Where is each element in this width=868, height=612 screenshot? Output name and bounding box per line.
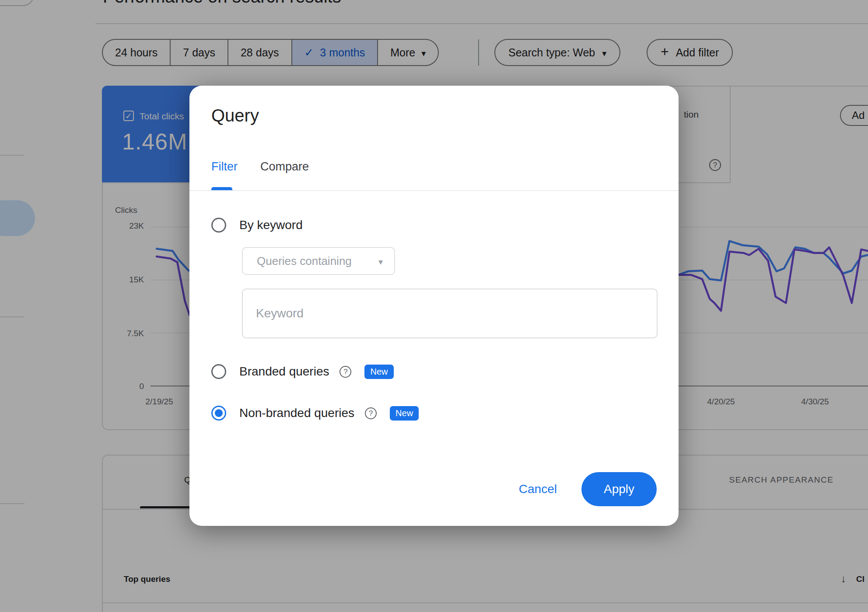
tab-filter[interactable]: Filter (211, 160, 238, 186)
tab-compare[interactable]: Compare (260, 160, 309, 186)
dialog-tabs: Filter Compare (211, 160, 309, 186)
dialog-title: Query (211, 106, 259, 125)
option-label: Branded queries (239, 365, 329, 379)
keyword-input[interactable] (242, 289, 658, 338)
option-label: By keyword (239, 218, 303, 232)
option-row-branded: Branded queries ? New (211, 364, 394, 379)
new-badge: New (364, 365, 393, 379)
apply-button[interactable]: Apply (581, 472, 657, 506)
option-row-by-keyword: By keyword (211, 218, 303, 233)
help-icon[interactable]: ? (365, 407, 377, 419)
radio-branded-queries[interactable] (211, 364, 226, 379)
option-label: Non-branded queries (239, 406, 354, 420)
query-filter-dialog: Query Filter Compare By keyword Queries … (189, 86, 679, 526)
chevron-down-icon: ▾ (378, 257, 383, 266)
help-icon[interactable]: ? (340, 366, 351, 378)
cancel-button[interactable]: Cancel (519, 482, 557, 496)
dialog-actions: Cancel Apply (519, 472, 657, 506)
dialog-tabs-divider (189, 190, 679, 191)
radio-non-branded-queries[interactable] (211, 406, 226, 421)
new-badge: New (390, 406, 419, 421)
option-row-non-branded: Non-branded queries ? New (211, 406, 419, 421)
screen: Performance on search results 24 hours 7… (0, 0, 868, 612)
query-operator-select[interactable]: Queries containing ▾ (242, 247, 395, 275)
radio-by-keyword[interactable] (211, 218, 226, 233)
